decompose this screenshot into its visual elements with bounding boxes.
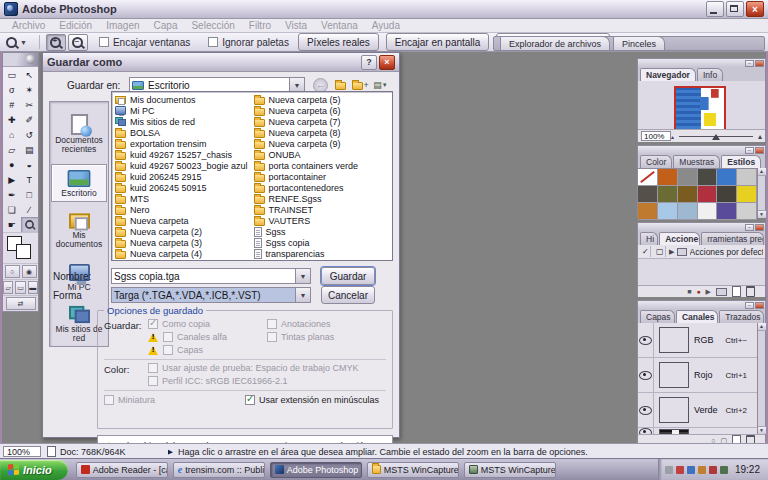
window-titlebar[interactable]: Adobe Photoshop ×: [0, 0, 768, 19]
channel-row[interactable]: Rojo Ctrl+1: [638, 358, 757, 393]
clock[interactable]: 19:22: [735, 464, 760, 475]
standard-mode-button[interactable]: ○: [5, 265, 20, 278]
menu-item[interactable]: Imagen: [100, 20, 145, 31]
file-list-item[interactable]: portacontenedores: [254, 183, 393, 194]
up-one-level-icon[interactable]: [333, 78, 348, 92]
panel-titlebar[interactable]: –: [638, 146, 765, 155]
style-swatch[interactable]: [698, 169, 718, 186]
maximize-button[interactable]: [726, 1, 744, 17]
file-list-item[interactable]: TRAINSET: [254, 205, 393, 216]
file-list-item[interactable]: Mis documentos: [115, 94, 254, 105]
tool-button[interactable]: ✶: [21, 82, 39, 97]
tool-button[interactable]: σ: [3, 82, 21, 97]
standard-screen-mode-button[interactable]: ▱: [3, 281, 13, 294]
tool-button[interactable]: ✚: [3, 112, 21, 127]
ignore-palettes-checkbox[interactable]: [208, 37, 218, 47]
panel-minimize-button[interactable]: –: [745, 224, 754, 231]
fit-on-screen-button[interactable]: Encajar en pantalla: [386, 33, 490, 51]
style-swatch[interactable]: [658, 169, 678, 186]
file-list-item[interactable]: VAUTERS: [254, 216, 393, 227]
action-check-icon[interactable]: ✓: [640, 246, 651, 257]
actual-pixels-button[interactable]: Píxeles reales: [298, 33, 379, 51]
file-list-item[interactable]: Nueva carpeta (6): [254, 105, 393, 116]
tool-button[interactable]: ▤: [21, 142, 39, 157]
taskbar-task[interactable]: MSTS WinCapture: [367, 462, 459, 478]
menu-item[interactable]: Ventana: [315, 20, 364, 31]
tool-button[interactable]: ☛: [3, 217, 21, 232]
style-swatch[interactable]: [638, 169, 658, 186]
style-swatch[interactable]: [717, 169, 737, 186]
file-list-item[interactable]: Nueva carpeta (2): [115, 227, 254, 238]
file-list-item[interactable]: Nueva carpeta (5): [254, 94, 393, 105]
scroll-up-icon[interactable]: ▲: [758, 323, 766, 331]
file-list-item[interactable]: exportation trensim: [115, 138, 254, 149]
lowercase-extension-checkbox[interactable]: [245, 395, 255, 405]
zoom-in-mountain-icon[interactable]: ▴: [758, 132, 762, 141]
tool-button[interactable]: ●: [3, 157, 21, 172]
navigator-zoom-slider[interactable]: [679, 136, 753, 137]
panel-close-button[interactable]: [755, 147, 764, 154]
menu-item[interactable]: Filtro: [243, 20, 277, 31]
file-list-item[interactable]: porta containers verde: [254, 160, 393, 171]
start-button[interactable]: Inicio: [0, 460, 68, 480]
file-list-item[interactable]: Nueva carpeta (8): [254, 127, 393, 138]
file-list-item[interactable]: transparencias: [254, 249, 393, 260]
file-list-item[interactable]: Mis sitios de red: [115, 116, 254, 127]
chevron-down-icon[interactable]: ▼: [295, 288, 310, 302]
stop-icon[interactable]: ■: [687, 288, 691, 295]
file-list-item[interactable]: kuid 206245 2915: [115, 171, 254, 182]
panel-close-button[interactable]: [755, 302, 764, 309]
dialog-help-button[interactable]: ?: [361, 55, 377, 70]
style-swatch[interactable]: [717, 203, 737, 220]
style-swatch[interactable]: [678, 169, 698, 186]
tool-button[interactable]: ▶: [3, 172, 21, 187]
style-swatch[interactable]: [678, 186, 698, 203]
menu-item[interactable]: Archivo: [6, 20, 51, 31]
visibility-cell[interactable]: [638, 358, 654, 392]
tool-button[interactable]: ∕: [21, 202, 39, 217]
minimize-button[interactable]: [706, 1, 724, 17]
file-list-item[interactable]: ONUBA: [254, 149, 393, 160]
tool-button[interactable]: ⌂: [3, 127, 21, 142]
scroll-up-icon[interactable]: ▲: [758, 168, 766, 176]
style-swatch[interactable]: [698, 203, 718, 220]
tool-button[interactable]: ↖: [21, 67, 39, 82]
play-icon[interactable]: ▶: [706, 288, 711, 296]
tool-button[interactable]: ▭: [3, 67, 21, 82]
background-color-swatch[interactable]: [16, 244, 31, 259]
tool-button[interactable]: ↺: [21, 127, 39, 142]
zoom-out-mountain-icon[interactable]: ▴: [671, 133, 674, 140]
file-list-item[interactable]: Nueva carpeta (4): [115, 249, 254, 260]
panel-tab[interactable]: rramientas preest: [701, 232, 764, 245]
channel-row[interactable]: Verde Ctrl+2: [638, 393, 757, 428]
file-list-item[interactable]: MTS: [115, 194, 254, 205]
panel-minimize-button[interactable]: –: [745, 147, 754, 154]
panel-tab[interactable]: Estilos: [721, 155, 761, 168]
menu-item[interactable]: Capa: [148, 20, 184, 31]
panel-tab[interactable]: Acciones: [659, 232, 700, 245]
file-list-item[interactable]: Nueva carpeta (9): [254, 138, 393, 149]
file-list-item[interactable]: kuid 49267 15257_chasis: [115, 149, 254, 160]
style-swatch[interactable]: [638, 186, 658, 203]
ignore-palettes-option[interactable]: Ignorar paletas: [208, 37, 289, 48]
style-swatch[interactable]: [737, 203, 757, 220]
taskbar-task[interactable]: MSTS WinCapture - C...: [464, 462, 556, 478]
scrollbar[interactable]: ▲ ▼: [757, 168, 765, 218]
panel-tab[interactable]: Hi: [640, 232, 658, 245]
tool-button[interactable]: T: [21, 172, 39, 187]
tool-button[interactable]: #: [3, 97, 21, 112]
dialog-titlebar[interactable]: Guardar como ? ×: [43, 53, 399, 72]
places-bar-item[interactable]: Escritorio: [51, 164, 107, 202]
scroll-down-icon[interactable]: ▼: [758, 426, 766, 434]
file-list-item[interactable]: Sgss: [254, 227, 393, 238]
file-list[interactable]: Mis documentos Mi PC Mis sitios de red: [111, 91, 393, 261]
style-swatch[interactable]: [678, 203, 698, 220]
file-list-item[interactable]: BOLSA: [115, 127, 254, 138]
panel-close-button[interactable]: [755, 224, 764, 231]
taskbar-task[interactable]: Adobe Photoshop: [270, 462, 362, 478]
menu-item[interactable]: Vista: [279, 20, 313, 31]
file-list-item[interactable]: kuid 49267 50023_bogie azul: [115, 160, 254, 171]
fullscreen-menu-mode-button[interactable]: ▭: [15, 281, 25, 294]
places-bar-item[interactable]: Documentos recientes: [52, 110, 106, 158]
lowercase-extension-option[interactable]: Usar extensión en minúsculas: [245, 395, 386, 405]
